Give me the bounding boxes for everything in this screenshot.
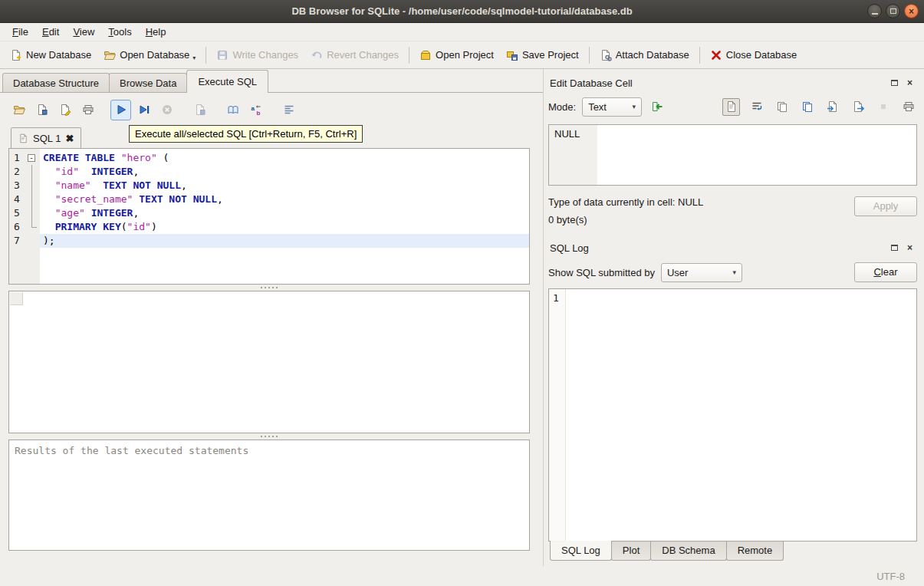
sql-token: , <box>133 166 139 177</box>
close-window-button[interactable]: × <box>904 4 919 18</box>
sql-line-6[interactable]: PRIMARY KEY("id") <box>40 220 529 234</box>
null-dot-button[interactable] <box>874 98 892 116</box>
export-csv-icon <box>227 104 239 116</box>
minimize-button[interactable] <box>867 4 882 18</box>
menu-file[interactable]: File <box>5 23 35 41</box>
sql-editor[interactable]: 1-234567 CREATE TABLE "hero" ( "id" INTE… <box>8 148 530 285</box>
stop-button <box>156 100 177 120</box>
sql-line-4[interactable]: "secret_name" TEXT NOT NULL, <box>40 193 529 206</box>
menu-help[interactable]: Help <box>139 23 173 41</box>
toolbar-button-label: Open Database <box>120 49 189 61</box>
float-icon <box>891 80 898 86</box>
print-button[interactable] <box>77 100 98 120</box>
document-button[interactable] <box>722 98 740 116</box>
maximize-button[interactable] <box>886 4 900 18</box>
log-filter-combobox[interactable]: User ▾ <box>661 263 742 282</box>
sql-tab[interactable]: SQL 1 ✖ <box>11 127 81 148</box>
import-cell-button[interactable] <box>648 98 666 116</box>
combo-arrow-icon: ▾ <box>732 268 736 276</box>
open-database-button[interactable]: Open Database▾ <box>97 45 202 65</box>
execute-line-button[interactable] <box>133 100 154 120</box>
encoding-label: UTF-8 <box>876 571 905 582</box>
undock-cell-button[interactable] <box>889 77 900 89</box>
results-grid <box>8 291 530 433</box>
mode-combobox[interactable]: Text ▾ <box>582 97 642 117</box>
edit-cell-title: Edit Database Cell <box>550 77 885 89</box>
execute-sql-button[interactable] <box>110 100 131 120</box>
main-toolbar: New DatabaseOpen Database▾Write ChangesR… <box>0 41 924 69</box>
splitter-handle[interactable] <box>8 433 530 440</box>
sql-line-2[interactable]: "id" INTEGER, <box>40 165 529 179</box>
toolbar-button-label: Save Project <box>522 49 579 61</box>
sql-log-area[interactable]: 1 <box>548 288 917 542</box>
fold-margin <box>25 234 40 248</box>
main-tabbar: Database StructureBrowse DataExecute SQL <box>0 69 543 93</box>
splitter-handle[interactable] <box>8 285 530 291</box>
import-page-button[interactable] <box>824 98 841 116</box>
editor-code-area[interactable]: CREATE TABLE "hero" ( "id" INTEGER, "nam… <box>40 149 529 284</box>
tab-execute-sql[interactable]: Execute SQL <box>186 70 268 93</box>
menubar: FileEditViewToolsHelp <box>0 23 924 41</box>
printer-button[interactable] <box>899 98 917 116</box>
line-number: 2 <box>9 165 25 179</box>
sql-token: PRIMARY KEY <box>55 221 121 232</box>
dock-tab-remote[interactable]: Remote <box>726 542 784 561</box>
sql-tab-close-icon[interactable]: ✖ <box>65 133 74 143</box>
menu-edit[interactable]: Edit <box>35 23 66 41</box>
sql-line-3[interactable]: "name" TEXT NOT NULL, <box>40 179 529 193</box>
sql-token: ( <box>157 152 169 163</box>
sql-token: INTEGER <box>91 166 133 177</box>
statusbar: UTF-8 <box>0 566 924 586</box>
open-sql-file-button[interactable] <box>8 100 29 120</box>
tab-database-structure[interactable]: Database Structure <box>2 73 110 93</box>
close-log-panel-button[interactable]: × <box>904 242 916 254</box>
cell-editor[interactable]: NULL <box>548 124 917 186</box>
new-database-button[interactable]: New Database <box>4 45 97 65</box>
grid-corner-button[interactable] <box>10 292 23 305</box>
line-number: 1 <box>9 151 25 165</box>
format-sql-button[interactable] <box>278 100 299 120</box>
save-sql-file-button[interactable] <box>31 100 52 120</box>
left-panel: Database StructureBrowse DataExecute SQL… <box>0 69 543 566</box>
attach-database-button[interactable]: Attach Database <box>594 45 695 65</box>
sql-token: ); <box>43 235 55 246</box>
tab-browse-data[interactable]: Browse Data <box>109 73 187 93</box>
dock-tab-plot[interactable]: Plot <box>611 542 651 561</box>
sql-token: "age" <box>55 207 85 219</box>
sql-line-7[interactable]: ); <box>40 234 529 248</box>
export-csv-button[interactable] <box>222 100 243 120</box>
right-dock: Edit Database Cell × Mode: Text ▾ NULL T… <box>543 69 924 566</box>
undock-log-button[interactable] <box>889 242 900 254</box>
open-project-button[interactable]: Open Project <box>413 45 500 65</box>
find-replace-button[interactable]: ab <box>245 100 266 120</box>
close-database-button[interactable]: Close Database <box>704 45 804 65</box>
sql-token <box>43 179 55 191</box>
line-number: 6 <box>9 220 25 234</box>
menu-view[interactable]: View <box>66 23 101 41</box>
sql-line-5[interactable]: "age" INTEGER, <box>40 206 529 220</box>
wrap-text-button[interactable] <box>748 98 765 116</box>
dropdown-arrow-icon[interactable]: ▾ <box>192 54 196 61</box>
line-number: 4 <box>9 193 25 206</box>
save-project-button[interactable]: Save Project <box>500 45 585 65</box>
dock-tab-sql-log[interactable]: SQL Log <box>550 541 612 561</box>
sql-token <box>79 166 91 177</box>
fold-marker-icon[interactable]: - <box>28 154 35 162</box>
menu-tools[interactable]: Tools <box>101 23 138 41</box>
main-area: Database StructureBrowse DataExecute SQL… <box>0 69 924 566</box>
pages-button[interactable] <box>798 98 816 116</box>
fold-margin <box>25 220 40 234</box>
close-cell-panel-button[interactable]: × <box>904 77 916 89</box>
sql-token: "secret_name" <box>55 193 133 205</box>
dock-tab-db-schema[interactable]: DB Schema <box>650 542 726 561</box>
log-gutter: 1 <box>549 289 566 541</box>
sql-token: CREATE TABLE <box>43 152 115 163</box>
sql-line-1[interactable]: CREATE TABLE "hero" ( <box>40 151 529 165</box>
clear-button[interactable]: Clear <box>854 262 917 282</box>
import-cell-icon <box>651 100 663 113</box>
copy-page-button[interactable] <box>773 98 791 116</box>
save-sql-as-button[interactable] <box>54 100 75 120</box>
export-page-button[interactable] <box>849 98 866 116</box>
save-sql-file-icon <box>36 104 48 116</box>
fold-margin <box>25 179 40 193</box>
